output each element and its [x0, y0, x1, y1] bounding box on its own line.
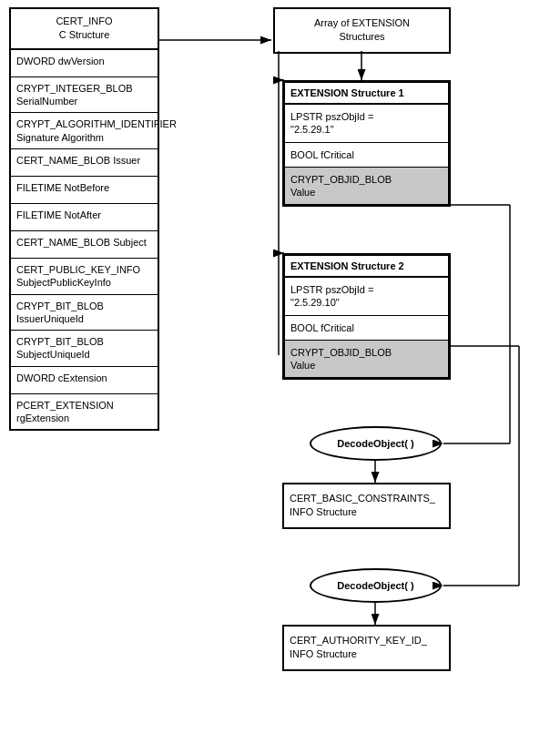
cert-basic-constraints-box: CERT_BASIC_CONSTRAINTS_ INFO Structure	[282, 483, 451, 529]
diagram: CERT_INFO C Structure DWORD dwVersion CR…	[0, 0, 560, 744]
cert-info-row-6: CERT_NAME_BLOB Subject	[11, 231, 158, 259]
ext2-row-1: LPSTR pszObjId = "2.5.29.10"	[285, 278, 448, 316]
cert-info-header: CERT_INFO C Structure	[11, 9, 158, 50]
extension-2-box: EXTENSION Structure 2 LPSTR pszObjId = "…	[282, 253, 451, 380]
cert-info-row-11: PCERT_EXTENSION rgExtension	[11, 394, 158, 430]
ext2-row-3: CRYPT_OBJID_BLOB Value	[285, 341, 448, 378]
ext1-header: EXTENSION Structure 1	[285, 83, 448, 105]
cert-info-row-10: DWORD cExtension	[11, 367, 158, 394]
ext2-row-2: BOOL fCritical	[285, 316, 448, 341]
ext1-row-2: BOOL fCritical	[285, 143, 448, 168]
array-box: Array of EXTENSION Structures	[273, 7, 451, 54]
decode-object-1-oval: DecodeObject( )	[310, 426, 442, 461]
cert-info-row-3: CERT_NAME_BLOB Issuer	[11, 149, 158, 177]
ext2-header: EXTENSION Structure 2	[285, 256, 448, 278]
cert-info-row-1: CRYPT_INTEGER_BLOB SerialNumber	[11, 77, 158, 114]
cert-info-row-5: FILETIME NotAfter	[11, 204, 158, 231]
cert-info-row-7: CERT_PUBLIC_KEY_INFO SubjectPublicKeyInf…	[11, 259, 158, 295]
cert-info-row-8: CRYPT_BIT_BLOB IssuerUniqueId	[11, 295, 158, 331]
cert-info-row-9: CRYPT_BIT_BLOB SubjectUniqueId	[11, 331, 158, 367]
cert-authority-key-id-box: CERT_AUTHORITY_KEY_ID_ INFO Structure	[282, 625, 451, 671]
cert-info-box: CERT_INFO C Structure DWORD dwVersion CR…	[9, 7, 159, 431]
decode-object-2-oval: DecodeObject( )	[310, 568, 442, 603]
extension-1-box: EXTENSION Structure 1 LPSTR pszObjId = "…	[282, 80, 451, 207]
ext1-row-1: LPSTR pszObjId = "2.5.29.1"	[285, 105, 448, 143]
cert-info-row-4: FILETIME NotBefore	[11, 177, 158, 204]
cert-info-row-2: CRYPT_ALGORITHM_IDENTIFIER Signature Alg…	[11, 113, 158, 149]
ext1-row-3: CRYPT_OBJID_BLOB Value	[285, 168, 448, 205]
cert-info-row-0: DWORD dwVersion	[11, 50, 158, 77]
